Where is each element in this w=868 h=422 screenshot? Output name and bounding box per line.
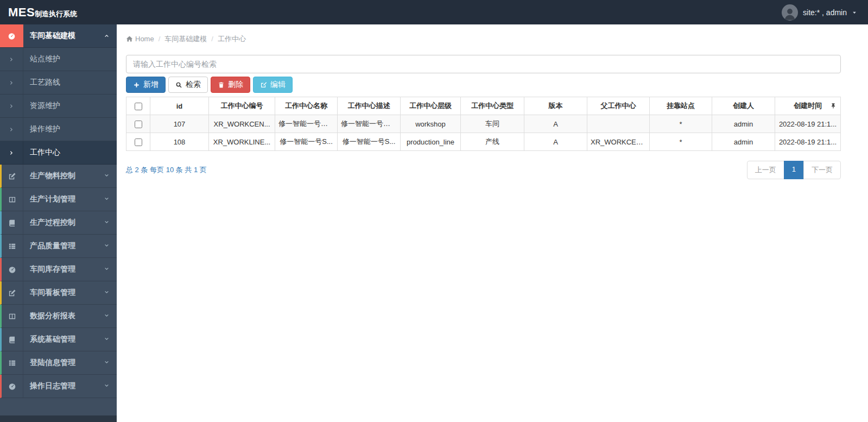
sidebar-group[interactable]: 数据分析报表 [0,305,117,328]
chevron-right-icon [9,103,15,109]
column-header[interactable]: 工作中心描述 [338,97,401,115]
sidebar-group[interactable]: 车间看板管理 [0,281,117,305]
table-cell: 产线 [461,133,524,151]
table-cell: 修一智能一号车间 [275,115,338,133]
gauge-icon [8,266,16,274]
sidebar-group[interactable]: 登陆信息管理 [0,351,117,375]
sidebar-group-active[interactable]: 车间基础建模 [0,24,117,48]
book-icon [8,219,16,227]
table-cell: XR_WORKCEN... [209,115,275,133]
table-cell: 108 [150,133,209,151]
sidebar-group-label: 产品质量管理 [23,241,104,251]
column-header[interactable]: 创建人 [712,97,775,115]
sidebar-group[interactable]: 生产过程控制 [0,211,117,235]
chevron-right-icon [9,150,15,156]
sidebar-filler [0,398,117,415]
table-cell: XR_WORKLINE... [209,133,275,151]
chevron-right-icon [9,127,15,133]
sidebar-group[interactable]: 操作日志管理 [0,375,117,398]
column-header[interactable]: 创建时间 [775,97,841,115]
table-cell: 修一智能一号S... [275,133,338,151]
breadcrumb-home[interactable]: Home [126,35,154,43]
breadcrumb-home-label: Home [135,35,154,43]
sidebar-group-icon-cell [2,235,23,257]
chevron-down-icon [104,336,110,342]
sidebar-group[interactable]: 系统基础管理 [0,328,117,351]
logo-text-primary: MES [8,5,35,20]
pagination-prev[interactable]: 上一页 [747,161,784,179]
sidebar-group-icon-cell [2,211,23,234]
chevron-down-icon [104,219,110,225]
sidebar-group-label: 操作日志管理 [23,381,104,391]
table-cell [587,115,650,133]
select-all-cell [126,97,150,115]
sidebar-menu: 车间基础建模站点维护工艺路线资源维护操作维护工作中心生产物料控制生产计划管理生产… [0,24,117,398]
table-header-row: id工作中心编号工作中心名称工作中心描述工作中心层级工作中心类型版本父工作中心挂… [126,97,841,115]
sidebar-group[interactable]: 车间库存管理 [0,258,117,281]
delete-button[interactable]: 删除 [211,77,250,93]
search-input[interactable] [126,55,841,73]
sidebar-footer [0,415,117,422]
user-menu[interactable]: site:* , admin [782,0,868,24]
column-header[interactable]: 工作中心编号 [209,97,275,115]
column-header[interactable]: 父工作中心 [587,97,650,115]
sidebar-group[interactable]: 生产计划管理 [0,188,117,211]
column-header[interactable]: id [150,97,209,115]
sidebar-item[interactable]: 资源维护 [0,95,117,118]
edit-button[interactable]: 编辑 [253,77,293,93]
breadcrumb-separator: / [159,35,161,43]
sidebar-group-label: 数据分析报表 [23,311,104,321]
search-button[interactable]: 检索 [168,77,208,93]
caret-down-icon [852,10,857,15]
sidebar-item-label: 操作维护 [23,124,117,134]
pagination-summary: 总 2 条 每页 10 条 共 1 页 [126,165,207,175]
gauge-icon [8,32,16,40]
sidebar-item[interactable]: 工艺路线 [0,71,117,95]
pagination-page-1[interactable]: 1 [784,161,804,179]
app-logo[interactable]: MES制造执行系统 [0,5,77,20]
book-icon [8,336,16,344]
sidebar-group[interactable]: 产品质量管理 [0,235,117,258]
chevron-down-icon [104,383,110,389]
table-row[interactable]: 107XR_WORKCEN...修一智能一号车间修一智能一号车间workshop… [126,115,841,133]
table-cell: 107 [150,115,209,133]
sidebar-item[interactable]: 工作中心 [0,141,117,165]
pin-icon[interactable] [830,103,837,109]
row-checkbox-cell [126,115,150,133]
table-cell: * [650,115,712,133]
table-cell: 2022-08-19 21:1... [775,133,841,151]
sidebar-item-icon-cell [0,118,23,141]
gauge-icon [8,382,16,390]
sidebar-item[interactable]: 站点维护 [0,48,117,71]
chevron-down-icon [104,243,110,249]
chevron-down-icon [104,196,110,202]
edit-icon [260,81,267,89]
column-header[interactable]: 工作中心类型 [461,97,524,115]
row-checkbox[interactable] [135,138,142,146]
sidebar-group-icon-cell [2,165,23,187]
table-cell: A [524,115,587,133]
sidebar-item[interactable]: 操作维护 [0,118,117,141]
row-checkbox[interactable] [135,121,142,128]
sidebar-item-label: 资源维护 [23,101,117,111]
sidebar-group-label: 生产物料控制 [23,171,104,181]
sidebar-group-label: 登陆信息管理 [23,358,104,368]
table-cell: 修一智能一号车间 [338,115,401,133]
column-header[interactable]: 挂靠站点 [650,97,712,115]
sidebar-group-icon-cell [0,24,23,47]
columns-icon [8,196,16,204]
sidebar-item-label: 工艺路线 [23,78,117,87]
chevron-down-icon [104,266,110,272]
table-cell: workshop [401,115,461,133]
sidebar-group[interactable]: 生产物料控制 [0,165,117,188]
table-cell: admin [712,133,775,151]
breadcrumb-item: 车间基础建模 [164,34,207,44]
column-header[interactable]: 工作中心名称 [275,97,338,115]
select-all-checkbox[interactable] [135,103,142,110]
add-button[interactable]: 新增 [126,77,166,93]
column-header[interactable]: 版本 [524,97,587,115]
chevron-down-icon [104,289,110,295]
pagination-next[interactable]: 下一页 [803,161,841,179]
column-header[interactable]: 工作中心层级 [401,97,461,115]
table-row[interactable]: 108XR_WORKLINE...修一智能一号S...修一智能一号S...pro… [126,133,841,151]
